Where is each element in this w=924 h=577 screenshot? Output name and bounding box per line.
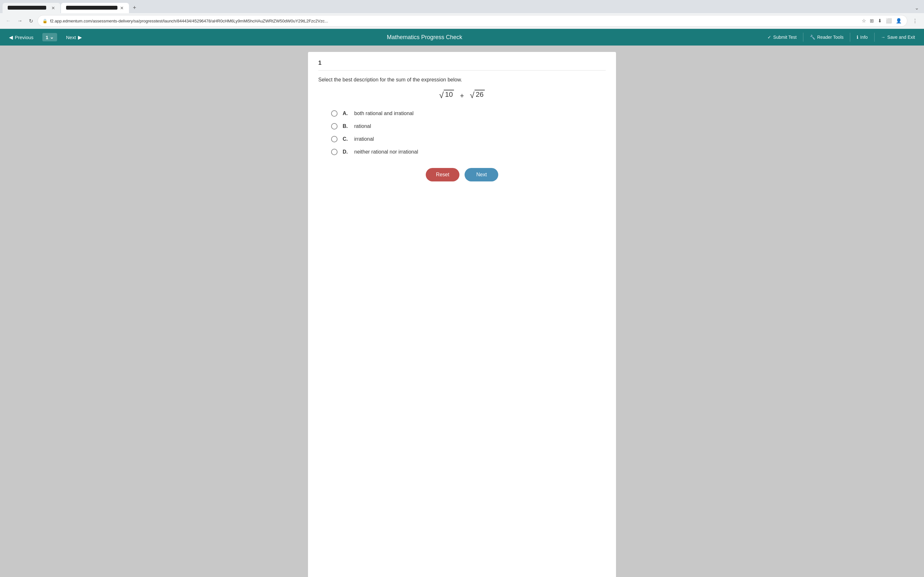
radio-a[interactable] <box>331 110 338 117</box>
tab-1-title <box>8 6 49 10</box>
save-exit-icon: → <box>881 35 885 40</box>
option-b-text: rational <box>354 123 371 129</box>
radio-d[interactable] <box>331 149 338 155</box>
plus-operator: + <box>460 92 464 100</box>
option-c-text: irrational <box>354 136 374 142</box>
radio-b[interactable] <box>331 123 338 129</box>
tab-bar: ✕ ✕ + ⌄ <box>0 0 924 13</box>
reader-tools-icon: 🔧 <box>810 35 815 40</box>
question-number: 1 <box>45 35 48 40</box>
header-divider-2 <box>850 33 850 42</box>
question-text: Select the best description for the sum … <box>318 77 606 83</box>
profile-icon[interactable]: 👤 <box>895 17 903 24</box>
app-title: Mathematics Progress Check <box>91 34 759 41</box>
tab-layout-icon[interactable]: ⬜ <box>885 17 893 24</box>
address-bar: ← → ↻ 🔒 f2.app.edmentum.com/assessments-… <box>0 13 924 29</box>
sqrt-26: √26 <box>470 90 485 99</box>
previous-icon: ◀ <box>9 34 13 40</box>
info-icon: ℹ <box>857 35 858 40</box>
radio-c[interactable] <box>331 136 338 142</box>
header-divider-1 <box>803 33 803 42</box>
option-d[interactable]: D. neither rational nor irrational <box>331 149 606 155</box>
option-c-letter: C. <box>342 136 349 142</box>
option-b[interactable]: B. rational <box>331 123 606 129</box>
save-exit-label: Save and Exit <box>887 35 915 40</box>
tab-2[interactable]: ✕ <box>61 3 129 13</box>
main-content: 1 Select the best description for the su… <box>0 45 924 577</box>
reload-button[interactable]: ↻ <box>27 17 35 25</box>
browser-menu-icon[interactable]: ⋮ <box>910 17 920 25</box>
sqrt-10: √10 <box>439 90 454 99</box>
question-card: 1 Select the best description for the su… <box>308 52 616 577</box>
question-dropdown-icon: ⌄ <box>50 34 54 40</box>
info-label: Info <box>860 35 867 40</box>
url-text: f2.app.edmentum.com/assessments-delivery… <box>50 19 859 23</box>
next-icon: ▶ <box>78 34 82 40</box>
tab-2-close-icon[interactable]: ✕ <box>120 5 124 11</box>
next-label: Next <box>66 35 76 40</box>
next-button[interactable]: Next ▶ <box>62 32 86 43</box>
extensions-icon[interactable]: ⊞ <box>869 17 875 24</box>
option-a[interactable]: A. both rational and irrational <box>331 110 606 117</box>
option-a-letter: A. <box>342 111 349 116</box>
browser-chrome: ✕ ✕ + ⌄ ← → ↻ 🔒 f2.app.edmentum.com/asse… <box>0 0 924 29</box>
header-divider-3 <box>874 33 875 42</box>
reset-button[interactable]: Reset <box>426 168 460 181</box>
submit-test-icon: ✓ <box>767 35 771 40</box>
url-bar[interactable]: 🔒 f2.app.edmentum.com/assessments-delive… <box>37 15 907 27</box>
question-selector[interactable]: 1 ⌄ <box>42 33 57 41</box>
browser-toolbar-right: ⋮ <box>910 17 920 25</box>
answer-options: A. both rational and irrational B. ratio… <box>318 110 606 155</box>
option-a-text: both rational and irrational <box>354 111 414 116</box>
header-right: ✓ Submit Test 🔧 Reader Tools ℹ Info → Sa… <box>764 32 919 42</box>
previous-label: Previous <box>15 35 33 40</box>
download-icon[interactable]: ⬇ <box>877 17 883 24</box>
lock-icon: 🔒 <box>42 19 47 23</box>
option-d-text: neither rational nor irrational <box>354 149 418 155</box>
previous-button[interactable]: ◀ Previous <box>5 32 37 43</box>
math-expression: √10 + √26 <box>318 90 606 100</box>
bookmark-icon[interactable]: ☆ <box>861 17 867 24</box>
option-c[interactable]: C. irrational <box>331 136 606 142</box>
submit-test-button[interactable]: ✓ Submit Test <box>764 32 800 42</box>
info-button[interactable]: ℹ Info <box>853 32 871 42</box>
new-tab-button[interactable]: + <box>129 3 140 13</box>
question-number-display: 1 <box>318 60 606 71</box>
save-exit-button[interactable]: → Save and Exit <box>877 32 919 42</box>
reader-tools-label: Reader Tools <box>817 35 843 40</box>
url-actions: ☆ ⊞ ⬇ ⬜ 👤 <box>861 17 903 24</box>
submit-test-label: Submit Test <box>773 35 796 40</box>
next-question-button[interactable]: Next <box>465 168 498 181</box>
app-header: ◀ Previous 1 ⌄ Next ▶ Mathematics Progre… <box>0 29 924 45</box>
option-b-letter: B. <box>342 123 349 129</box>
tab-menu-icon[interactable]: ⌄ <box>912 3 921 12</box>
reader-tools-button[interactable]: 🔧 Reader Tools <box>806 32 847 42</box>
tab-1-close-icon[interactable]: ✕ <box>51 5 55 11</box>
tab-1[interactable]: ✕ <box>3 3 60 13</box>
option-d-letter: D. <box>342 149 349 155</box>
tab-2-title <box>66 6 118 10</box>
forward-button[interactable]: → <box>15 17 24 25</box>
back-button[interactable]: ← <box>4 17 13 25</box>
action-buttons: Reset Next <box>318 168 606 181</box>
